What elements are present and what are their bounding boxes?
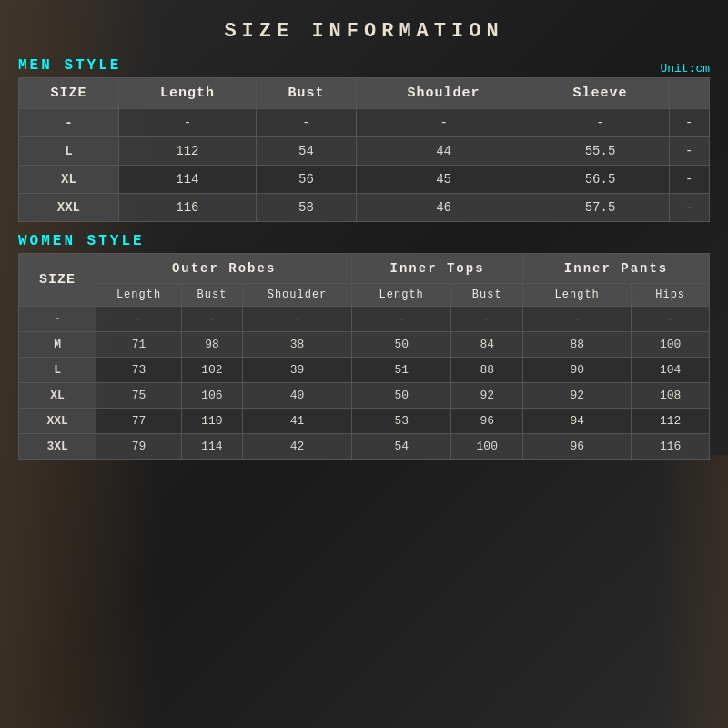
women-table-row: XL7510640509292108: [19, 383, 710, 409]
men-data-cell: -: [669, 137, 709, 166]
men-size-cell: XXL: [19, 194, 119, 222]
women-data-cell: -: [96, 307, 182, 332]
women-data-cell: 77: [96, 409, 182, 434]
women-data-cell: 75: [96, 383, 182, 409]
women-data-cell: 106: [181, 383, 242, 409]
women-data-cell: 38: [243, 332, 352, 358]
women-data-cell: 40: [243, 383, 352, 409]
women-data-cell: -: [632, 307, 710, 332]
men-section-header: MEN STYLE Unit:cm: [18, 50, 710, 77]
men-size-cell: -: [19, 109, 119, 137]
women-table: SIZE Outer Robes Inner Tops Inner Pants …: [18, 253, 710, 460]
men-data-cell: 54: [257, 137, 357, 166]
page-title: SIZE INFORMATION: [18, 9, 710, 50]
women-sub-bust2: Bust: [451, 284, 523, 307]
women-table-row: L7310239518890104: [19, 358, 710, 383]
women-group-inner-pants: Inner Pants: [523, 254, 710, 284]
men-section-title: MEN STYLE: [18, 57, 121, 74]
women-data-cell: 104: [632, 358, 710, 383]
women-data-cell: 53: [351, 409, 450, 434]
women-data-cell: 90: [523, 358, 632, 383]
women-data-cell: 41: [243, 409, 352, 434]
women-data-cell: 88: [451, 358, 523, 383]
women-table-row: XXL7711041539694112: [19, 409, 710, 434]
men-col-extra: [669, 78, 709, 109]
women-data-cell: 100: [451, 434, 523, 460]
men-data-cell: -: [669, 166, 709, 194]
women-data-cell: 54: [351, 434, 450, 460]
women-size-cell: XXL: [19, 409, 96, 434]
men-col-bust: Bust: [257, 78, 357, 109]
women-data-cell: 84: [451, 332, 523, 358]
bg-figure-right: [655, 455, 728, 728]
men-data-cell: 56: [257, 166, 357, 194]
women-data-cell: 39: [243, 358, 352, 383]
men-table-row: L112544455.5-: [19, 137, 710, 166]
men-data-cell: 55.5: [531, 137, 669, 166]
women-data-cell: 73: [96, 358, 182, 383]
men-data-cell: 46: [356, 194, 531, 222]
women-data-cell: 92: [523, 383, 632, 409]
women-group-outer-robes: Outer Robes: [96, 254, 352, 284]
women-data-cell: -: [451, 307, 523, 332]
women-data-cell: 100: [632, 332, 710, 358]
women-data-cell: -: [351, 307, 450, 332]
women-sub-hips: Hips: [632, 284, 710, 307]
women-size-cell: M: [19, 332, 96, 358]
women-sub-length1: Length: [96, 284, 182, 307]
men-data-cell: 57.5: [531, 194, 669, 222]
women-sub-length3: Length: [523, 284, 632, 307]
women-data-cell: 96: [451, 409, 523, 434]
women-data-cell: 102: [181, 358, 242, 383]
men-table-row: XXL116584657.5-: [19, 194, 710, 222]
women-data-cell: 110: [181, 409, 242, 434]
women-col-size-header: SIZE: [19, 254, 96, 307]
women-data-cell: 94: [523, 409, 632, 434]
women-size-cell: L: [19, 358, 96, 383]
women-data-cell: 50: [351, 332, 450, 358]
men-table-row: ------: [19, 109, 710, 137]
men-data-cell: 114: [118, 166, 256, 194]
women-size-cell: -: [19, 307, 96, 332]
women-data-cell: 51: [351, 358, 450, 383]
men-data-cell: -: [257, 109, 357, 137]
women-data-cell: 112: [632, 409, 710, 434]
women-data-cell: 96: [523, 434, 632, 460]
men-data-cell: 58: [257, 194, 357, 222]
men-col-sleeve: Sleeve: [531, 78, 669, 109]
women-data-cell: 114: [181, 434, 242, 460]
men-data-cell: 44: [356, 137, 531, 166]
men-data-cell: 116: [118, 194, 256, 222]
women-data-cell: 98: [181, 332, 242, 358]
women-data-cell: 50: [351, 383, 450, 409]
women-sub-shoulder: Shoulder: [243, 284, 352, 307]
women-data-cell: 88: [523, 332, 632, 358]
men-col-shoulder: Shoulder: [356, 78, 531, 109]
women-section-title: WOMEN STYLE: [18, 233, 710, 249]
men-data-cell: 45: [356, 166, 531, 194]
women-size-cell: XL: [19, 383, 96, 409]
men-data-cell: -: [669, 109, 709, 137]
women-data-cell: 116: [632, 434, 710, 460]
men-col-length: Length: [118, 78, 256, 109]
women-data-cell: -: [523, 307, 632, 332]
content-area: SIZE INFORMATION MEN STYLE Unit:cm SIZE …: [0, 0, 728, 469]
men-size-cell: XL: [19, 166, 119, 194]
women-table-row: M719838508488100: [19, 332, 710, 358]
men-data-cell: 56.5: [531, 166, 669, 194]
men-section: MEN STYLE Unit:cm SIZE Length Bust Shoul…: [18, 50, 710, 222]
women-section: WOMEN STYLE SIZE Outer Robes Inner Tops …: [18, 233, 710, 460]
men-col-size: SIZE: [19, 78, 119, 109]
women-data-cell: -: [243, 307, 352, 332]
women-data-cell: 92: [451, 383, 523, 409]
unit-label: Unit:cm: [660, 62, 710, 76]
women-data-cell: 108: [632, 383, 710, 409]
women-size-cell: 3XL: [19, 434, 96, 460]
men-data-cell: -: [356, 109, 531, 137]
women-data-cell: -: [181, 307, 242, 332]
men-data-cell: 112: [118, 137, 256, 166]
women-data-cell: 71: [96, 332, 182, 358]
men-size-cell: L: [19, 137, 119, 166]
women-table-row: 3XL79114425410096116: [19, 434, 710, 460]
men-data-cell: -: [669, 194, 709, 222]
